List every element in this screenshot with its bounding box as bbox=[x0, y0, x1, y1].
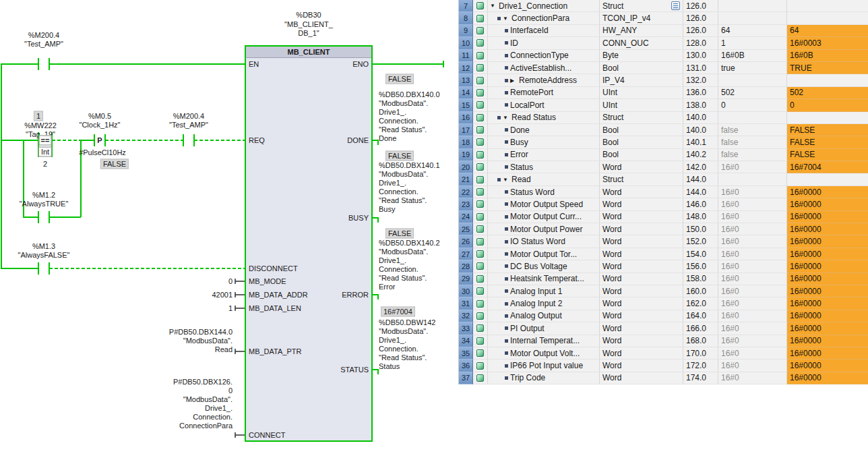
start-value-cell[interactable]: 16#0 bbox=[718, 223, 787, 235]
datatype-cell[interactable]: Word bbox=[600, 273, 683, 285]
row-number[interactable]: 15 bbox=[459, 99, 473, 111]
offset-cell[interactable]: 150.0 bbox=[683, 223, 718, 235]
datatype-cell[interactable]: Word bbox=[600, 360, 683, 372]
start-value-cell[interactable]: 16#0 bbox=[718, 310, 787, 322]
name-cell[interactable]: Motor Output Power bbox=[488, 223, 600, 235]
start-value-cell[interactable] bbox=[718, 74, 787, 86]
datatype-cell[interactable]: Word bbox=[600, 347, 683, 360]
start-value-cell[interactable]: 16#0 bbox=[718, 198, 787, 210]
datatype-cell[interactable]: Struct bbox=[600, 112, 683, 124]
monitor-value-cell[interactable]: 16#0000 bbox=[787, 260, 868, 272]
row-number[interactable]: 10 bbox=[459, 37, 473, 49]
name-cell[interactable]: RemotePort bbox=[488, 87, 600, 99]
offset-cell[interactable]: 126.0 bbox=[683, 12, 718, 24]
row-number[interactable]: 23 bbox=[459, 198, 473, 210]
monitor-value-cell[interactable] bbox=[787, 0, 868, 12]
mb-data-ptr-operand-line-1[interactable]: P#DB50.DBX144.0 bbox=[169, 328, 232, 337]
row-number[interactable]: 33 bbox=[459, 322, 473, 335]
start-value-cell[interactable]: 16#0 bbox=[718, 186, 787, 198]
monitor-value-cell[interactable]: FALSE bbox=[787, 136, 868, 148]
row-number[interactable]: 16 bbox=[459, 112, 473, 124]
datatype-cell[interactable]: IP_V4 bbox=[600, 74, 683, 86]
contact4-addr[interactable]: %M1.3 bbox=[32, 242, 55, 251]
row-number[interactable]: 12 bbox=[459, 62, 473, 74]
datatype-cell[interactable]: Word bbox=[600, 235, 683, 248]
contact4-sym[interactable]: "AlwaysFALSE" bbox=[18, 251, 70, 260]
p-sym[interactable]: "Clock_1Hz" bbox=[80, 121, 121, 130]
name-cell[interactable]: ▶RemoteAddress bbox=[488, 74, 600, 86]
datatype-cell[interactable]: Word bbox=[600, 260, 683, 272]
monitor-value-cell[interactable]: 16#0000 bbox=[787, 198, 868, 210]
row-number[interactable]: 27 bbox=[459, 248, 473, 260]
row-number[interactable]: 17 bbox=[459, 124, 473, 136]
monitor-value-cell[interactable] bbox=[787, 74, 868, 86]
offset-cell[interactable]: 128.0 bbox=[683, 37, 718, 49]
datatype-cell[interactable]: CONN_OUC bbox=[600, 37, 683, 49]
name-cell[interactable]: Done bbox=[488, 124, 600, 136]
collapse-arrow-icon[interactable]: ▼ bbox=[503, 115, 509, 121]
offset-cell[interactable]: 160.0 bbox=[683, 285, 718, 297]
monitor-value-cell[interactable]: 16#0000 bbox=[787, 335, 868, 347]
name-cell[interactable]: Status Word bbox=[488, 186, 600, 198]
row-number[interactable]: 13 bbox=[459, 74, 473, 86]
cmp-const[interactable]: 2 bbox=[43, 160, 47, 169]
cmp-addr[interactable]: %MW222 bbox=[24, 121, 57, 130]
datatype-cell[interactable]: UInt bbox=[600, 87, 683, 99]
start-value-cell[interactable]: 16#0 bbox=[718, 347, 787, 360]
row-number[interactable]: 22 bbox=[459, 186, 473, 198]
cmp-type[interactable]: Int bbox=[38, 147, 52, 157]
name-cell[interactable]: Heatsink Temperat... bbox=[488, 273, 600, 285]
offset-cell[interactable]: 142.0 bbox=[683, 161, 718, 173]
offset-cell[interactable]: 146.0 bbox=[683, 198, 718, 210]
mb-mode-value[interactable]: 0 bbox=[228, 277, 232, 286]
start-value-cell[interactable] bbox=[718, 173, 787, 185]
row-number[interactable]: 36 bbox=[459, 360, 473, 372]
offset-cell[interactable]: 156.0 bbox=[683, 260, 718, 272]
name-cell[interactable]: ▼ConnectionPara bbox=[488, 12, 600, 24]
collapse-arrow-icon[interactable]: ▼ bbox=[503, 177, 509, 183]
monitor-value-cell[interactable]: 16#0000 bbox=[787, 360, 868, 372]
start-value-cell[interactable]: 16#0 bbox=[718, 297, 787, 310]
name-cell[interactable]: ▼Read Status bbox=[488, 112, 600, 124]
datatype-cell[interactable]: Word bbox=[600, 372, 683, 384]
contact1-addr[interactable]: %M200.4 bbox=[28, 31, 59, 40]
row-number[interactable]: 9 bbox=[459, 25, 473, 37]
datatype-cell[interactable]: Word bbox=[600, 285, 683, 297]
row-number[interactable]: 20 bbox=[459, 161, 473, 173]
datatype-cell[interactable]: Byte bbox=[600, 50, 683, 62]
datatype-cell[interactable]: Struct bbox=[600, 0, 683, 12]
monitor-value-cell[interactable]: 16#0000 bbox=[787, 297, 868, 310]
datatype-cell[interactable]: Bool bbox=[600, 62, 683, 74]
monitor-value-cell[interactable]: 16#0000 bbox=[787, 372, 868, 384]
start-value-cell[interactable] bbox=[718, 112, 787, 124]
monitor-value-cell[interactable]: 0 bbox=[787, 99, 868, 111]
name-cell[interactable]: Analog Output bbox=[488, 310, 600, 322]
error-operand-line-1[interactable]: %DB50.DBX140.2 bbox=[379, 239, 440, 248]
offset-cell[interactable]: 166.0 bbox=[683, 322, 718, 335]
block-db-name-line2[interactable]: DB_1" bbox=[298, 29, 319, 38]
monitor-value-cell[interactable]: 64 bbox=[787, 25, 868, 37]
offset-cell[interactable]: 174.0 bbox=[683, 372, 718, 384]
offset-cell[interactable]: 140.0 bbox=[683, 112, 718, 124]
name-cell[interactable]: Analog Input 1 bbox=[488, 285, 600, 297]
start-value-cell[interactable]: 0 bbox=[718, 99, 787, 111]
offset-cell[interactable]: 170.0 bbox=[683, 347, 718, 360]
status-operand-line-1[interactable]: %DB50.DBW142 bbox=[379, 318, 435, 327]
offset-cell[interactable]: 148.0 bbox=[683, 211, 718, 223]
name-cell[interactable]: LocalPort bbox=[488, 99, 600, 111]
datatype-cell[interactable]: Word bbox=[600, 161, 683, 173]
row-number[interactable]: 29 bbox=[459, 273, 473, 285]
monitor-value-cell[interactable] bbox=[787, 112, 868, 124]
name-cell[interactable]: Status bbox=[488, 161, 600, 173]
offset-cell[interactable]: 144.0 bbox=[683, 186, 718, 198]
name-cell[interactable]: DC Bus Voltage bbox=[488, 260, 600, 272]
start-value-cell[interactable]: 64 bbox=[718, 25, 787, 37]
start-value-cell[interactable]: false bbox=[718, 149, 787, 161]
start-value-cell[interactable]: 16#0 bbox=[718, 335, 787, 347]
start-value-cell[interactable]: false bbox=[718, 136, 787, 148]
name-cell[interactable]: Motor Output Tor... bbox=[488, 248, 600, 260]
datatype-cell[interactable]: Bool bbox=[600, 124, 683, 136]
row-number[interactable]: 37 bbox=[459, 372, 473, 384]
start-value-cell[interactable]: 1 bbox=[718, 37, 787, 49]
name-cell[interactable]: Trip Code bbox=[488, 372, 600, 384]
